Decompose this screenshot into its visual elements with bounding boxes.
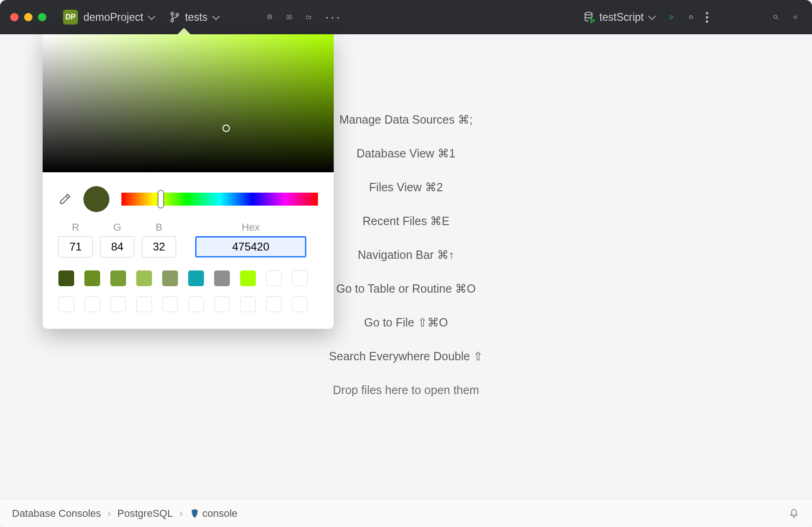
chevron-down-icon xyxy=(212,13,220,20)
navigation-bar: Database Consoles › PostgreSQL › console xyxy=(0,499,812,527)
title-bar: DP demoProject tests ··· testScript xyxy=(0,0,812,34)
swatch[interactable] xyxy=(84,270,100,286)
execute-icon[interactable] xyxy=(283,11,296,24)
color-picker-popup: R G B Hex xyxy=(43,34,334,329)
svg-marker-5 xyxy=(289,16,290,18)
swatch[interactable] xyxy=(292,296,308,312)
eyedropper-button[interactable] xyxy=(58,193,71,206)
svg-point-12 xyxy=(794,16,796,18)
r-input[interactable] xyxy=(58,236,93,257)
swatch[interactable] xyxy=(110,270,126,286)
project-name: demoProject xyxy=(83,11,143,24)
swatch[interactable] xyxy=(162,270,178,286)
hue-slider[interactable] xyxy=(121,193,318,206)
swatch[interactable] xyxy=(240,270,256,286)
svg-point-6 xyxy=(585,12,592,15)
swatch[interactable] xyxy=(188,270,204,286)
svg-point-9 xyxy=(690,16,692,19)
run-config-selector[interactable]: testScript xyxy=(579,9,659,25)
vcs-branch-selector[interactable]: tests xyxy=(165,9,222,25)
breadcrumb-separator: › xyxy=(108,508,111,520)
saturation-value-panel[interactable] xyxy=(43,34,334,172)
svg-point-10 xyxy=(774,15,777,19)
swatch[interactable] xyxy=(266,270,282,286)
editor-empty-state: Manage Data Sources ⌘; Database View ⌘1 … xyxy=(0,34,812,499)
breadcrumb-item[interactable]: Database Consoles xyxy=(12,508,101,520)
swatch[interactable] xyxy=(214,270,230,286)
more-horizontal-icon[interactable]: ··· xyxy=(322,10,345,25)
r-label: R xyxy=(72,221,79,233)
breadcrumb-label: console xyxy=(203,508,238,519)
b-input[interactable] xyxy=(142,236,176,257)
window-close-button[interactable] xyxy=(10,13,19,21)
window-controls xyxy=(10,13,46,21)
sv-cursor[interactable] xyxy=(222,125,230,132)
notifications-button[interactable] xyxy=(788,506,800,521)
window-minimize-button[interactable] xyxy=(24,13,32,21)
hue-thumb[interactable] xyxy=(158,190,164,208)
svg-point-3 xyxy=(268,15,272,16)
run-button[interactable] xyxy=(665,11,678,24)
swatch-grid xyxy=(43,267,334,329)
popup-arrow xyxy=(177,28,191,35)
chevron-down-icon xyxy=(148,13,156,20)
swatch[interactable] xyxy=(58,296,74,312)
svg-marker-7 xyxy=(591,19,595,23)
svg-marker-8 xyxy=(670,15,673,19)
postgres-icon xyxy=(190,509,200,519)
more-vertical-icon[interactable] xyxy=(704,10,710,25)
svg-marker-4 xyxy=(286,15,292,19)
svg-point-1 xyxy=(171,19,173,22)
swatch[interactable] xyxy=(214,296,230,312)
branch-icon xyxy=(168,11,181,24)
swatch[interactable] xyxy=(188,296,204,312)
swatch[interactable] xyxy=(266,296,282,312)
g-input[interactable] xyxy=(100,236,134,257)
hint-item: Search Everywhere Double ⇧ xyxy=(0,350,812,363)
debug-button[interactable] xyxy=(685,11,698,24)
swatch[interactable] xyxy=(110,296,126,312)
g-label: G xyxy=(113,221,121,233)
color-preview xyxy=(83,186,109,212)
swatch[interactable] xyxy=(136,296,152,312)
swatch[interactable] xyxy=(292,270,308,286)
svg-line-11 xyxy=(777,18,779,20)
window-maximize-button[interactable] xyxy=(38,13,46,21)
hex-input[interactable] xyxy=(195,236,306,257)
run-config-name: testScript xyxy=(599,11,644,24)
project-icon: DP xyxy=(63,10,78,25)
breadcrumb-separator: › xyxy=(179,508,183,520)
swatch[interactable] xyxy=(162,296,178,312)
swatch[interactable] xyxy=(240,296,256,312)
b-label: B xyxy=(156,221,163,233)
search-button[interactable] xyxy=(769,11,782,24)
swatch[interactable] xyxy=(136,270,152,286)
drop-hint: Drop files here to open them xyxy=(0,383,812,397)
swatch[interactable] xyxy=(58,270,74,286)
project-selector[interactable]: DP demoProject xyxy=(59,8,158,26)
breadcrumb-item[interactable]: PostgreSQL xyxy=(117,508,173,520)
folder-icon[interactable] xyxy=(302,11,315,24)
breadcrumb-item[interactable]: console xyxy=(190,508,238,520)
chevron-down-icon xyxy=(648,13,656,20)
svg-point-2 xyxy=(176,13,178,16)
vcs-branch-name: tests xyxy=(185,11,208,24)
swatch[interactable] xyxy=(84,296,100,312)
settings-button[interactable] xyxy=(789,11,802,24)
hex-label: Hex xyxy=(241,221,260,233)
database-icon[interactable] xyxy=(263,11,276,24)
svg-point-0 xyxy=(171,13,173,15)
database-run-icon xyxy=(583,11,596,24)
